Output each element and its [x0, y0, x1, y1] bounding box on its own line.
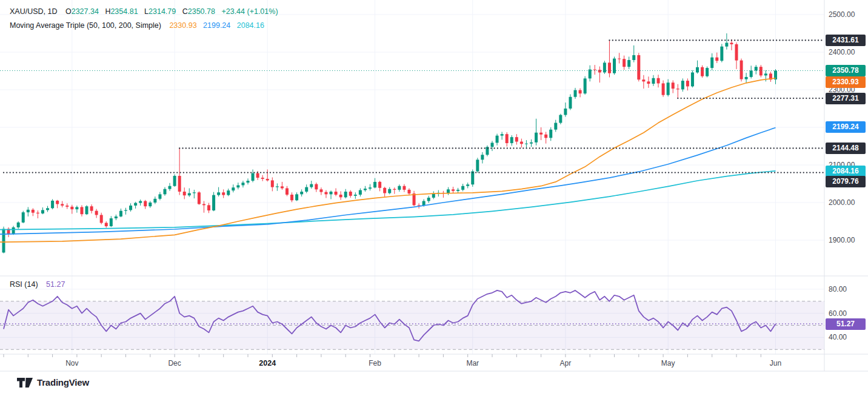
- candle-body: [36, 213, 39, 213]
- chart-canvas[interactable]: [0, 0, 868, 396]
- candle-body: [56, 201, 59, 204]
- candle-body: [241, 183, 244, 185]
- candle-body: [95, 211, 98, 215]
- candle-body: [252, 173, 255, 181]
- price-axis-value-pill: 2350.78: [826, 65, 866, 76]
- candle-body: [710, 58, 713, 68]
- candle-body: [281, 186, 284, 188]
- candle-body: [90, 206, 93, 210]
- candle-body: [672, 82, 675, 89]
- candle-body: [178, 176, 181, 192]
- candle-body: [501, 134, 504, 135]
- candle-body: [27, 210, 30, 212]
- candle-body: [236, 185, 239, 187]
- candle-body: [584, 78, 587, 93]
- candle-body: [315, 184, 318, 190]
- candle-body: [413, 193, 416, 205]
- time-axis-label: Apr: [560, 359, 572, 367]
- candle-body: [344, 192, 347, 197]
- candle-body: [623, 59, 626, 67]
- main-legend[interactable]: XAU/USD, 1D O2327.34 H2354.81 L2314.79 C…: [10, 5, 282, 33]
- candle-body: [681, 81, 684, 89]
- candle-body: [407, 190, 410, 193]
- rsi-legend[interactable]: RSI (14) 51.27: [10, 280, 65, 289]
- candle-body: [559, 115, 562, 123]
- candle-body: [701, 67, 704, 76]
- candle-body: [456, 190, 459, 191]
- candle-body: [212, 195, 215, 210]
- candle-body: [637, 55, 640, 79]
- rsi-params: (14): [24, 280, 38, 289]
- time-axis-label: 2024: [259, 359, 276, 367]
- candle-body: [613, 59, 616, 73]
- price-axis-value-pill: 2084.16: [826, 166, 866, 177]
- candle-body: [544, 135, 547, 138]
- candle-body: [706, 68, 709, 76]
- candle-body: [227, 190, 230, 195]
- candlestick-series: [2, 33, 777, 253]
- ma200-value: 2084.16: [237, 21, 264, 30]
- candle-body: [603, 62, 606, 72]
- candle-body: [193, 192, 196, 193]
- candle-body: [735, 44, 738, 61]
- candle-body: [554, 123, 557, 130]
- candle-body: [764, 73, 767, 75]
- change-value: +23.44 (+1.01%): [221, 7, 278, 16]
- candle-body: [41, 210, 44, 213]
- candle-body: [364, 189, 367, 190]
- candle-body: [579, 90, 582, 94]
- price-axis-label: 1900.00: [829, 236, 855, 244]
- rsi-axis-label: 60.00: [829, 309, 847, 318]
- candle-body: [725, 43, 728, 47]
- rsi-title[interactable]: RSI: [10, 280, 22, 289]
- time-axis-label: May: [661, 359, 675, 367]
- candle-body: [129, 206, 132, 210]
- candle-body: [119, 211, 122, 216]
- candle-body: [271, 180, 274, 187]
- tradingview-chart-window: XAU/USD, 1D O2327.34 H2354.81 L2314.79 C…: [0, 0, 868, 396]
- candle-body: [491, 143, 494, 147]
- candle-body: [349, 192, 352, 196]
- close-label: C: [182, 7, 188, 16]
- candle-body: [608, 62, 611, 73]
- candle-body: [276, 186, 279, 187]
- time-axis-label: Jun: [770, 359, 781, 367]
- ma-legend-row[interactable]: Moving Average Triple (50, 100, 200, Sim…: [10, 19, 282, 33]
- candle-body: [398, 186, 401, 190]
- price-axis-label: 2400.00: [829, 48, 855, 56]
- candle-body: [256, 173, 259, 178]
- candle-body: [720, 47, 723, 61]
- candle-body: [642, 79, 645, 81]
- candle-body: [760, 67, 763, 75]
- tradingview-logo[interactable]: TradingView: [17, 377, 89, 388]
- candle-body: [169, 186, 172, 189]
- price-axis-label: 2500.00: [829, 10, 855, 19]
- candle-body: [139, 201, 142, 203]
- candle-body: [163, 189, 166, 195]
- rsi-axis-label: 80.00: [829, 285, 847, 294]
- candle-body: [207, 205, 210, 210]
- candle-body: [715, 58, 718, 61]
- price-axis-value-pill: 2199.24: [826, 121, 866, 133]
- candle-body: [300, 192, 303, 194]
- symbol-legend-row[interactable]: XAU/USD, 1D O2327.34 H2354.81 L2314.79 C…: [10, 5, 282, 19]
- candle-body: [2, 229, 5, 252]
- time-axis-label: Nov: [65, 359, 78, 367]
- candle-body: [525, 144, 528, 144]
- symbol-title[interactable]: XAU/USD, 1D: [10, 7, 58, 16]
- candle-body: [564, 109, 567, 115]
- candle-body: [593, 70, 596, 70]
- candle-body: [217, 192, 220, 195]
- candle-body: [515, 137, 518, 141]
- candle-body: [383, 188, 386, 193]
- price-axis-value-pill: 51.27: [826, 318, 866, 330]
- ma50-value: 2330.93: [169, 21, 196, 30]
- candle-body: [105, 223, 108, 226]
- ma-indicator-title[interactable]: Moving Average Triple (50, 100, 200, Sim…: [10, 21, 161, 30]
- candle-body: [51, 201, 54, 208]
- candle-body: [158, 194, 161, 198]
- candle-body: [496, 136, 499, 143]
- candle-body: [481, 155, 484, 159]
- candle-body: [173, 176, 176, 186]
- candle-body: [110, 218, 113, 226]
